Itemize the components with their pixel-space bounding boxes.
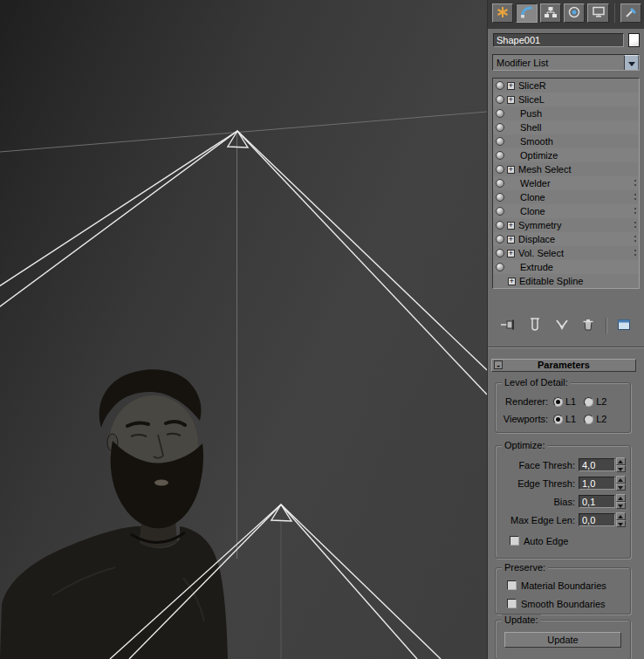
modifier-label: Shell xyxy=(520,122,541,133)
modifier-label: Clone xyxy=(520,206,545,216)
show-end-result-button[interactable] xyxy=(525,317,545,334)
modifier-label: Extrude xyxy=(520,262,553,272)
bulb-icon[interactable] xyxy=(496,123,504,132)
spinner-down-icon[interactable] xyxy=(616,502,626,510)
tab-separator xyxy=(614,3,615,23)
toolbar-separator xyxy=(606,318,606,333)
expand-icon[interactable]: + xyxy=(507,236,515,244)
edge-thresh-label: Edge Thresh: xyxy=(496,478,575,489)
spinner-up-icon[interactable] xyxy=(616,457,626,465)
bulb-icon[interactable] xyxy=(496,207,504,216)
dropdown-arrow-icon[interactable] xyxy=(624,55,639,70)
expand-icon[interactable]: + xyxy=(507,222,515,230)
bulb-icon[interactable] xyxy=(496,109,504,118)
command-panel: Modifier List + SliceR + SliceL Push xyxy=(487,0,644,659)
spinner-up-icon[interactable] xyxy=(616,494,626,502)
tab-display[interactable] xyxy=(587,3,608,23)
bulb-icon[interactable] xyxy=(496,193,504,202)
spinner-down-icon[interactable] xyxy=(616,465,626,473)
bulb-icon[interactable] xyxy=(496,249,504,257)
modifier-row[interactable]: + Vol. Select xyxy=(493,246,639,260)
viewports-l1-radio[interactable] xyxy=(553,415,563,424)
update-group: Update: Update xyxy=(495,620,631,659)
expand-icon[interactable]: + xyxy=(507,96,515,104)
smooth-boundaries-checkbox[interactable] xyxy=(507,599,517,608)
bulb-icon[interactable] xyxy=(496,221,504,230)
configure-modifier-sets-button[interactable] xyxy=(614,317,634,334)
bulb-icon[interactable] xyxy=(496,165,504,174)
group-title: Level of Detail: xyxy=(502,377,571,388)
bias-spinner[interactable] xyxy=(616,494,626,509)
expand-icon[interactable]: + xyxy=(507,82,515,90)
create-icon xyxy=(496,6,510,20)
modifier-row[interactable]: Push xyxy=(493,106,639,120)
edge-thresh-field[interactable] xyxy=(579,477,615,490)
modifier-row[interactable]: + SliceR xyxy=(493,79,639,93)
viewport-canvas xyxy=(0,0,487,659)
expand-icon[interactable]: + xyxy=(507,250,515,257)
bulb-icon[interactable] xyxy=(496,235,504,244)
auto-edge-checkbox[interactable] xyxy=(510,536,519,546)
renderer-l2-label: L2 xyxy=(596,396,606,407)
modifier-row[interactable]: + SliceL xyxy=(493,93,639,106)
face-thresh-spinner[interactable] xyxy=(616,457,626,472)
bias-field[interactable] xyxy=(579,495,615,508)
make-unique-button[interactable] xyxy=(552,317,572,334)
face-thresh-field[interactable] xyxy=(579,458,615,471)
modifier-row[interactable]: + Symmetry xyxy=(493,218,639,232)
preserve-group: Preserve: Material Boundaries Smooth Bou… xyxy=(495,567,631,614)
viewports-l2-label: L2 xyxy=(596,414,606,424)
max-edge-len-label: Max Edge Len: xyxy=(496,515,575,525)
remove-modifier-button[interactable] xyxy=(579,317,598,334)
parameters-rollout-header[interactable]: - Parameters xyxy=(491,359,636,372)
tab-create[interactable] xyxy=(492,3,513,23)
configure-modifier-sets-icon xyxy=(617,319,631,333)
modifier-label: SliceL xyxy=(518,94,545,105)
tab-modify[interactable] xyxy=(516,3,537,23)
modifier-label: Optimize xyxy=(520,150,558,161)
modifier-row[interactable]: + Mesh Select xyxy=(493,162,639,176)
renderer-l2-radio[interactable] xyxy=(584,397,593,407)
bulb-icon[interactable] xyxy=(496,179,504,188)
viewport[interactable] xyxy=(0,0,487,659)
pin-stack-button[interactable] xyxy=(498,317,517,334)
group-title: Optimize: xyxy=(502,440,547,450)
spinner-up-icon[interactable] xyxy=(616,476,626,484)
modifier-row[interactable]: Clone xyxy=(493,204,639,218)
viewports-l2-radio[interactable] xyxy=(584,415,593,424)
modifier-row[interactable]: Optimize xyxy=(493,148,639,162)
modifier-row[interactable]: + Displace xyxy=(493,232,639,246)
renderer-l1-radio[interactable] xyxy=(553,397,563,407)
spinner-down-icon[interactable] xyxy=(616,520,626,528)
modifier-row[interactable]: Welder xyxy=(493,176,639,190)
viewports-l1-label: L1 xyxy=(565,414,576,424)
modifier-row[interactable]: Extrude xyxy=(493,260,639,274)
bulb-icon[interactable] xyxy=(496,151,504,160)
bulb-icon[interactable] xyxy=(496,95,504,104)
modifier-row[interactable]: Clone xyxy=(493,190,639,204)
edge-thresh-spinner[interactable] xyxy=(616,476,626,491)
expand-icon[interactable]: + xyxy=(508,278,516,285)
object-name-field[interactable] xyxy=(493,33,624,47)
tab-motion[interactable] xyxy=(564,3,585,23)
modifier-row[interactable]: + Editable Spline xyxy=(493,274,639,288)
face-thresh-row: Face Thresh: xyxy=(496,456,630,474)
tab-utilities[interactable] xyxy=(620,3,641,23)
bulb-icon[interactable] xyxy=(496,137,504,146)
max-edge-len-spinner[interactable] xyxy=(616,512,626,527)
max-edge-len-field[interactable] xyxy=(579,513,615,526)
update-button[interactable]: Update xyxy=(504,632,621,648)
modifier-row[interactable]: Shell xyxy=(493,120,639,134)
object-color-swatch[interactable] xyxy=(628,33,640,47)
material-boundaries-checkbox[interactable] xyxy=(507,580,517,590)
spinner-down-icon[interactable] xyxy=(616,484,626,491)
tab-hierarchy[interactable] xyxy=(540,3,561,23)
expand-icon[interactable]: + xyxy=(507,166,515,174)
collapse-icon[interactable]: - xyxy=(494,360,503,369)
modifier-list-dropdown[interactable]: Modifier List xyxy=(492,54,640,71)
modifier-label: Vol. Select xyxy=(518,248,564,258)
modifier-row[interactable]: Smooth xyxy=(493,134,639,148)
spinner-up-icon[interactable] xyxy=(616,512,626,520)
bulb-icon[interactable] xyxy=(496,263,504,271)
bulb-icon[interactable] xyxy=(496,81,504,90)
